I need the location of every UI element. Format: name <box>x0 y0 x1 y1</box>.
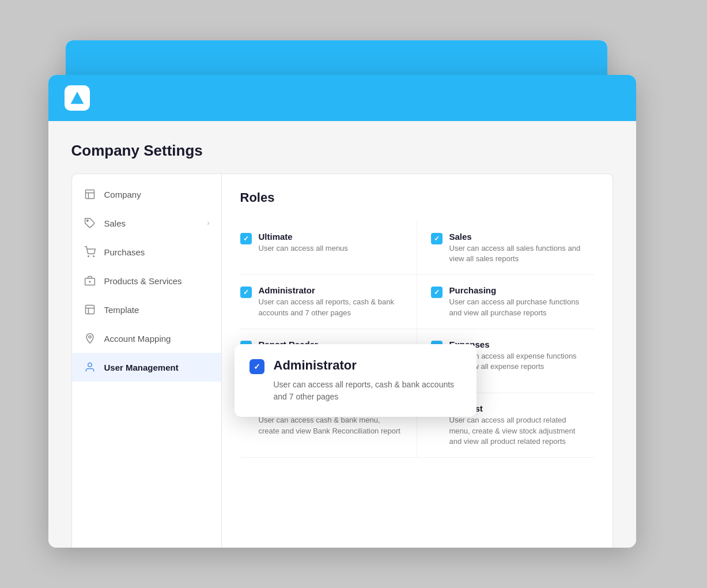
sidebar-item-user-management[interactable]: User Management <box>72 353 221 382</box>
role-item-administrator[interactable]: Administrator User can access all report… <box>240 275 417 329</box>
app-container: Company Settings Company <box>48 40 659 548</box>
front-card: Company Settings Company <box>48 75 636 548</box>
app-logo <box>65 85 90 111</box>
box-icon <box>84 274 96 287</box>
role-name-purchasing: Purchasing <box>449 285 585 295</box>
sidebar-company-label: Company <box>104 190 141 199</box>
svg-rect-0 <box>85 190 94 199</box>
svg-point-1 <box>86 220 88 222</box>
page-title: Company Settings <box>71 142 613 160</box>
settings-main-content: Roles Ultimate User can access all menus <box>222 174 613 548</box>
role-name-ultimate: Ultimate <box>259 232 348 242</box>
role-desc-banker: User can access cash & bank menu, create… <box>259 415 403 436</box>
role-item-sales[interactable]: Sales User can access all sales function… <box>417 221 594 275</box>
map-icon <box>84 332 96 345</box>
role-checkbox-purchasing[interactable] <box>431 287 443 298</box>
role-item-ultimate[interactable]: Ultimate User can access all menus <box>240 221 417 275</box>
role-desc-sales: User can access all sales functions and … <box>449 243 585 264</box>
sidebar-sales-label: Sales <box>104 218 126 228</box>
role-checkbox-ultimate[interactable] <box>240 233 252 244</box>
svg-point-3 <box>93 256 94 257</box>
user-icon <box>84 361 96 374</box>
roles-section-title: Roles <box>240 190 594 205</box>
page-body: Company Settings Company <box>48 121 636 548</box>
administrator-tooltip: Administrator User can access all report… <box>235 344 477 417</box>
settings-panel: Company Sales › <box>71 174 613 548</box>
tooltip-title: Administrator <box>274 358 357 373</box>
building-icon <box>84 188 96 201</box>
role-checkbox-administrator[interactable] <box>240 287 252 298</box>
sidebar-item-template[interactable]: Template <box>72 295 221 324</box>
sidebar-user-management-label: User Management <box>104 363 179 372</box>
role-name-sales: Sales <box>449 232 585 242</box>
role-name-administrator: Administrator <box>259 285 403 295</box>
tooltip-checkbox[interactable] <box>249 359 264 374</box>
roles-grid: Ultimate User can access all menus Sales <box>240 221 594 458</box>
svg-point-2 <box>88 256 89 257</box>
svg-point-8 <box>88 336 90 338</box>
app-header <box>48 75 636 121</box>
role-desc-administrator: User can access all reports, cash & bank… <box>259 297 403 318</box>
cart-icon <box>84 246 96 258</box>
svg-rect-7 <box>85 306 94 314</box>
sidebar-template-label: Template <box>104 305 139 315</box>
sidebar-products-label: Products & Services <box>104 276 182 286</box>
sidebar-item-sales[interactable]: Sales › <box>72 209 221 238</box>
chevron-right-icon: › <box>207 219 210 227</box>
role-checkbox-sales[interactable] <box>431 233 443 244</box>
role-desc-ultimate: User can access all menus <box>259 243 348 254</box>
sidebar-account-mapping-label: Account Mapping <box>104 334 171 344</box>
sidebar-item-purchases[interactable]: Purchases <box>72 238 221 266</box>
role-item-purchasing[interactable]: Purchasing User can access all purchase … <box>417 275 594 329</box>
role-desc-purchasing: User can access all purchase functions a… <box>449 297 585 318</box>
sidebar-item-account-mapping[interactable]: Account Mapping <box>72 324 221 353</box>
template-icon <box>84 303 96 316</box>
role-desc-stockist: User can access all product related menu… <box>449 415 585 447</box>
settings-sidebar: Company Sales › <box>72 174 222 548</box>
sidebar-purchases-label: Purchases <box>104 247 145 257</box>
tooltip-description: User can access all reports, cash & bank… <box>249 379 462 403</box>
svg-point-9 <box>88 363 92 367</box>
sidebar-item-products[interactable]: Products & Services <box>72 266 221 295</box>
sidebar-item-company[interactable]: Company <box>72 180 221 209</box>
tag-icon <box>84 217 96 229</box>
